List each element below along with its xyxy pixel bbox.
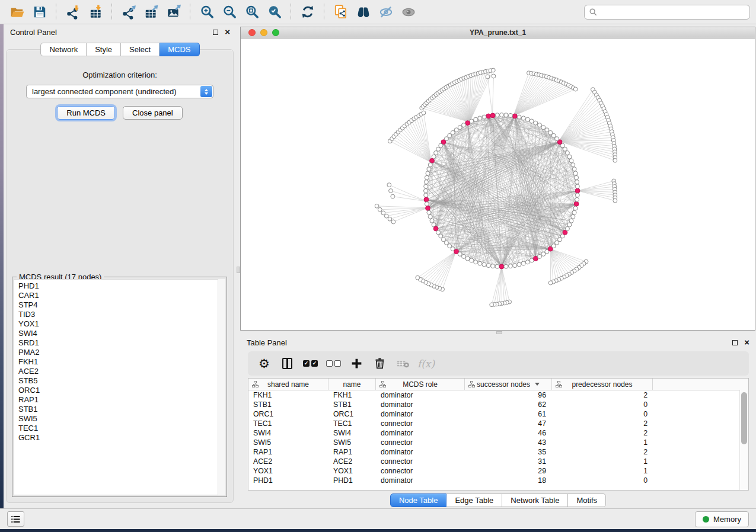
scrollbar-thumb[interactable] (741, 392, 747, 444)
zoom-fit-button[interactable] (241, 2, 263, 21)
table-cell[interactable]: dominator (376, 476, 465, 485)
table-cell[interactable]: 43 (465, 438, 552, 447)
memory-button[interactable]: Memory (695, 511, 749, 527)
mcds-result-item[interactable]: ACE2 (18, 367, 225, 376)
task-history-button[interactable] (7, 511, 24, 527)
tab-mcds[interactable]: MCDS (160, 43, 199, 56)
tab-node-table[interactable]: Node Table (390, 493, 447, 507)
table-scrollbar[interactable] (739, 390, 748, 490)
table-cell[interactable]: connector (376, 419, 465, 428)
table-cell[interactable]: RAP1 (328, 448, 376, 456)
table-cell[interactable]: ORC1 (328, 410, 376, 418)
table-cell[interactable]: YOX1 (328, 467, 376, 475)
table-cell[interactable]: YOX1 (248, 467, 328, 475)
table-cell[interactable]: ACE2 (328, 457, 376, 466)
mcds-result-item[interactable]: PHD1 (18, 281, 225, 291)
table-cell[interactable]: 35 (465, 448, 552, 456)
column-header-predecessor-nodes[interactable]: predecessor nodes (552, 379, 653, 390)
table-cell[interactable]: 18 (465, 476, 552, 485)
optimization-select[interactable]: largest connected component (undirected) (26, 85, 213, 98)
table-cell[interactable]: 47 (465, 419, 552, 428)
table-cell[interactable]: 2 (552, 429, 653, 437)
mcds-result-item[interactable]: GCR1 (18, 433, 225, 443)
export-network-button[interactable] (117, 2, 140, 21)
mcds-result-item[interactable]: SRD1 (18, 338, 225, 348)
search-box[interactable] (584, 5, 750, 20)
column-header-name[interactable]: name (328, 379, 376, 390)
table-cell[interactable]: FKH1 (328, 391, 376, 399)
tab-network-table[interactable]: Network Table (502, 493, 568, 507)
select-all-button[interactable]: ✓✓ (299, 351, 322, 376)
deselect-all-button[interactable] (322, 351, 345, 376)
close-panel-button[interactable]: Close panel (123, 106, 183, 120)
table-cell[interactable]: 62 (465, 400, 552, 409)
table-row[interactable]: SWI5SWI5connector431 (248, 438, 748, 447)
mcds-result-item[interactable]: STB1 (18, 405, 225, 414)
table-cell[interactable]: SWI4 (248, 429, 328, 437)
table-cell[interactable]: 1 (552, 438, 653, 447)
close-window-icon[interactable] (248, 29, 256, 36)
table-cell[interactable]: STB1 (248, 400, 328, 409)
mcds-result-item[interactable]: ORC1 (18, 386, 225, 395)
column-header-successor-nodes[interactable]: successor nodes (465, 379, 552, 390)
table-cell[interactable]: TEC1 (248, 419, 328, 428)
binoculars-button[interactable] (352, 2, 375, 21)
table-settings-button[interactable]: ⚙ (253, 351, 276, 376)
float-panel-icon[interactable] (213, 30, 218, 35)
table-cell[interactable]: 2 (552, 419, 653, 428)
tab-style[interactable]: Style (87, 43, 121, 56)
table-cell[interactable]: 61 (465, 410, 552, 418)
table-cell[interactable]: PHD1 (248, 476, 328, 485)
table-cell[interactable]: FKH1 (248, 391, 328, 399)
table-cell[interactable]: SWI5 (328, 438, 376, 447)
table-cell[interactable]: RAP1 (248, 448, 328, 456)
zoom-selected-button[interactable] (263, 2, 286, 21)
horizontal-splitter[interactable] (240, 331, 756, 335)
table-cell[interactable]: 0 (552, 410, 653, 418)
eye-button[interactable] (397, 2, 420, 21)
tab-select[interactable]: Select (121, 43, 160, 56)
tab-network[interactable]: Network (40, 43, 87, 56)
mcds-result-item[interactable]: STB5 (18, 376, 225, 386)
split-column-button[interactable] (276, 351, 299, 376)
mcds-result-item[interactable]: SWI5 (18, 414, 225, 424)
table-cell[interactable]: TEC1 (328, 419, 376, 428)
table-cell[interactable]: dominator (376, 400, 465, 409)
export-image-button[interactable] (162, 2, 185, 21)
add-button[interactable] (345, 351, 368, 376)
table-cell[interactable]: 0 (552, 400, 653, 409)
splitter-grip[interactable] (496, 331, 502, 334)
table-cell[interactable]: SWI4 (328, 429, 376, 437)
tab-edge-table[interactable]: Edge Table (446, 493, 502, 507)
search-input[interactable] (601, 7, 745, 17)
table-row[interactable]: ORC1ORC1dominator610 (248, 409, 748, 419)
zoom-in-button[interactable] (196, 2, 218, 21)
import-network-button[interactable] (62, 2, 84, 21)
table-cell[interactable]: dominator (376, 410, 465, 418)
mcds-result-item[interactable]: CAR1 (18, 291, 225, 300)
table-cell[interactable]: STB1 (328, 400, 376, 409)
table-cell[interactable]: ACE2 (248, 457, 328, 466)
table-cell[interactable]: 96 (465, 391, 552, 399)
table-row[interactable]: SWI4SWI4dominator462 (248, 428, 748, 438)
table-cell[interactable]: connector (376, 457, 465, 466)
eye-slash-button[interactable] (375, 2, 397, 21)
zoom-out-button[interactable] (218, 2, 241, 21)
table-row[interactable]: ACE2ACE2connector311 (248, 457, 748, 466)
open-button[interactable] (6, 2, 28, 21)
share-document-button[interactable] (330, 2, 352, 21)
function-builder-button[interactable]: f(x) (414, 351, 438, 376)
table-cell[interactable]: 1 (552, 457, 653, 466)
delete-button[interactable] (368, 351, 391, 376)
close-panel-icon[interactable]: × (744, 339, 749, 345)
table-cell[interactable]: 31 (465, 457, 552, 466)
table-row[interactable]: STB1STB1dominator620 (248, 400, 748, 409)
column-header-shared-name[interactable]: shared name (248, 379, 328, 390)
mcds-result-item[interactable]: YOX1 (18, 319, 225, 329)
close-panel-icon[interactable]: × (225, 29, 230, 35)
table-row[interactable]: YOX1YOX1connector291 (248, 466, 748, 476)
maximize-window-icon[interactable] (272, 29, 279, 36)
tab-motifs[interactable]: Motifs (568, 493, 606, 507)
mcds-result-item[interactable]: TID3 (18, 310, 225, 319)
mcds-list-scrollbar[interactable] (218, 279, 225, 495)
